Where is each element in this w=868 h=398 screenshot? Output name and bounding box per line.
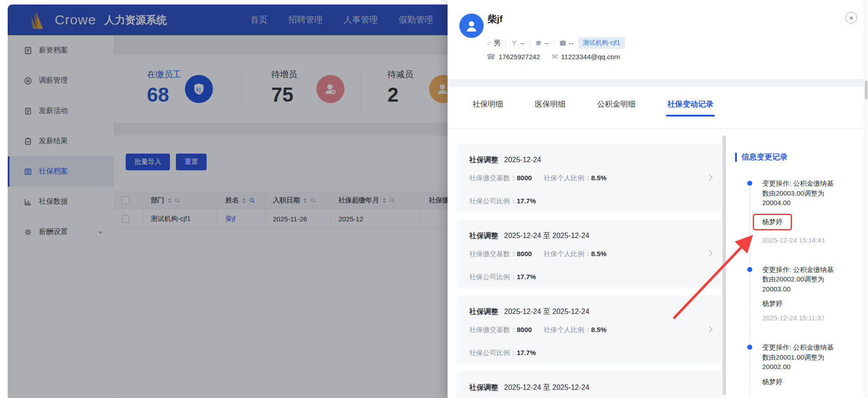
operator-name: 杨梦婷 xyxy=(762,378,863,386)
phone-item: ☎17625927242 xyxy=(486,52,540,61)
adjustment-card[interactable]: 社保调整2025-12-24 至 2025-12-24 社保缴交基数：8000社… xyxy=(457,295,722,363)
adjustment-card[interactable]: 社保调整2025-12-24 至 2025-12-24 xyxy=(457,371,722,398)
field-label: 社保公司比例： xyxy=(469,273,517,281)
divider xyxy=(448,128,868,129)
field-value: 8000 xyxy=(517,174,532,182)
close-button[interactable]: × xyxy=(845,12,857,23)
field-value: 8000 xyxy=(517,326,532,333)
email-value: 11223344@qq.com xyxy=(561,53,620,61)
timeline-dot-icon xyxy=(747,345,752,350)
field-value: 17.7% xyxy=(517,349,536,356)
divider xyxy=(505,40,506,47)
adjustment-period: 2025-12-24 至 2025-12-24 xyxy=(504,232,590,239)
org-tag: 测试机构-cjf1 xyxy=(578,37,624,49)
phone-icon: ☎ xyxy=(486,53,495,61)
employee-avatar xyxy=(459,14,484,38)
change-log-title: 信息变更记录 xyxy=(735,152,863,162)
employee-detail-drawer: × 柴jf ♂ 男 -- -- -- 测试机构-cjf1 ☎1762592724… xyxy=(448,0,868,398)
change-text: 变更操作: 公积金缴纳基数由20002.00调整为20003.00 xyxy=(762,265,840,294)
field-label: 社保缴交基数： xyxy=(469,326,517,333)
title-text: 信息变更记录 xyxy=(741,152,788,162)
phone-value: 17625927242 xyxy=(499,53,540,61)
education-value: -- xyxy=(544,39,549,47)
employee-contact-row: ☎17625927242 ✉11223344@qq.com xyxy=(486,52,620,61)
timeline-entry: 变更操作: 公积金缴纳基数由20003.00调整为20004.00 杨梦婷 20… xyxy=(735,178,863,244)
field-label: 社保缴交基数： xyxy=(469,174,517,182)
operator-name: 杨梦婷 xyxy=(762,218,783,225)
gender-value: 男 xyxy=(494,39,500,47)
tab-fund-detail[interactable]: 公积金明细 xyxy=(597,87,636,121)
field-label: 社保公司比例： xyxy=(469,349,517,356)
adjustment-period: 2025-12-24 至 2025-12-24 xyxy=(504,308,590,315)
education-icon xyxy=(535,39,542,47)
adjustment-title: 社保调整 xyxy=(469,232,498,239)
adjustment-card-list: 社保调整2025-12-24 社保缴交基数：8000社保个人比例：8.5% 社保… xyxy=(457,144,722,398)
field-label: 社保公司比例： xyxy=(469,197,517,205)
drawer-scrollbar-thumb[interactable] xyxy=(865,80,868,99)
position-value: -- xyxy=(569,39,573,47)
field-value: 8.5% xyxy=(591,326,606,333)
operator-highlight-box: 杨梦婷 xyxy=(753,214,792,230)
field-value: 17.7% xyxy=(517,197,536,205)
field-label: 社保个人比例： xyxy=(543,250,591,258)
adjustment-title: 社保调整 xyxy=(469,156,498,164)
section-separator xyxy=(448,79,868,87)
field-value: 8.5% xyxy=(591,250,606,258)
change-text: 变更操作: 公积金缴纳基数由20003.00调整为20004.00 xyxy=(762,178,840,208)
change-log-panel: 信息变更记录 变更操作: 公积金缴纳基数由20003.00调整为20004.00… xyxy=(735,152,863,398)
drawer-scrollbar-track xyxy=(864,0,868,398)
operator-name: 杨梦婷 xyxy=(762,300,863,308)
timeline-entry: 变更操作: 公积金缴纳基数由20001.00调整为20002.00 杨梦婷 xyxy=(735,342,863,386)
cards-scrollbar[interactable] xyxy=(722,136,726,395)
change-time: 2025-12-24 15:11:37 xyxy=(762,314,863,322)
timeline-entry: 变更操作: 公积金缴纳基数由20002.00调整为20003.00 杨梦婷 20… xyxy=(735,265,863,322)
field-value: 8000 xyxy=(517,250,532,258)
seniority-value: -- xyxy=(520,39,524,47)
divider xyxy=(554,40,554,47)
tab-medical-detail[interactable]: 医保明细 xyxy=(535,87,566,121)
male-icon: ♂ xyxy=(486,39,491,47)
field-value: 8.5% xyxy=(591,174,606,182)
tab-social-change-log[interactable]: 社保变动记录 xyxy=(667,87,713,121)
adjustment-card[interactable]: 社保调整2025-12-24 社保缴交基数：8000社保个人比例：8.5% 社保… xyxy=(457,144,722,211)
adjustment-title: 社保调整 xyxy=(469,384,498,391)
timeline-dot-icon xyxy=(747,267,752,272)
seniority-icon xyxy=(511,40,518,47)
adjustment-period: 2025-12-24 xyxy=(504,156,541,164)
mail-icon: ✉ xyxy=(552,53,558,61)
field-label: 社保缴交基数： xyxy=(469,250,517,258)
change-log-timeline: 变更操作: 公积金缴纳基数由20003.00调整为20004.00 杨梦婷 20… xyxy=(735,178,863,386)
detail-tabs: 社保明细 医保明细 公积金明细 社保变动记录 xyxy=(448,87,868,121)
position-icon xyxy=(559,39,566,47)
change-time: 2025-12-24 15:14:41 xyxy=(762,236,863,244)
field-label: 社保个人比例： xyxy=(543,326,591,333)
change-text: 变更操作: 公积金缴纳基数由20001.00调整为20002.00 xyxy=(762,342,840,372)
person-icon xyxy=(464,18,479,33)
divider xyxy=(529,40,530,47)
adjustment-period: 2025-12-24 至 2025-12-24 xyxy=(504,384,590,391)
field-label: 社保个人比例： xyxy=(543,174,591,182)
employee-name: 柴jf xyxy=(487,13,503,25)
field-value: 17.7% xyxy=(517,273,536,281)
employee-meta-row: ♂ 男 -- -- -- 测试机构-cjf1 xyxy=(486,37,625,49)
adjustment-card[interactable]: 社保调整2025-12-24 至 2025-12-24 社保缴交基数：8000社… xyxy=(457,220,722,287)
tab-social-detail[interactable]: 社保明细 xyxy=(472,87,503,121)
title-accent-bar xyxy=(735,153,737,162)
timeline-dot-icon xyxy=(747,181,752,186)
adjustment-title: 社保调整 xyxy=(469,308,498,315)
email-item: ✉11223344@qq.com xyxy=(552,52,620,61)
